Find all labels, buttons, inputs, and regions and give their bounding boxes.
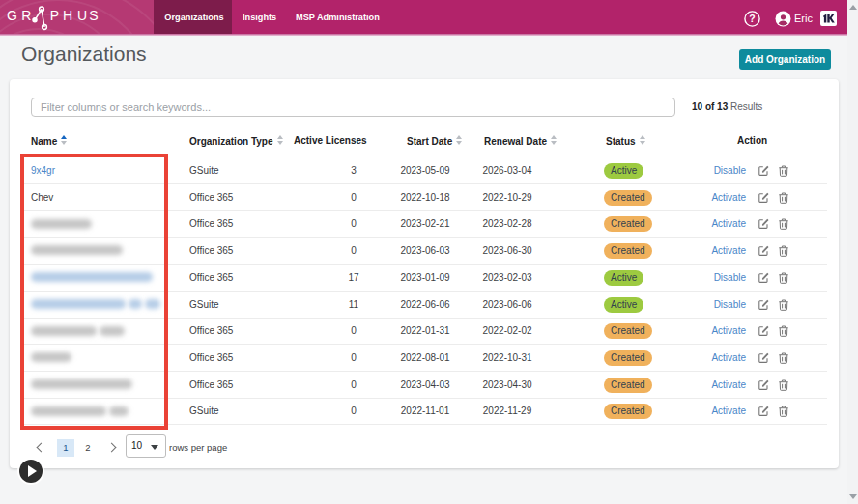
svg-text:H: H xyxy=(63,8,72,23)
svg-text:R: R xyxy=(21,8,31,23)
svg-text:P: P xyxy=(50,8,59,23)
svg-text:G: G xyxy=(7,8,17,23)
svg-text:S: S xyxy=(89,8,98,23)
svg-text:U: U xyxy=(77,8,87,23)
svg-text:?: ? xyxy=(749,13,755,24)
